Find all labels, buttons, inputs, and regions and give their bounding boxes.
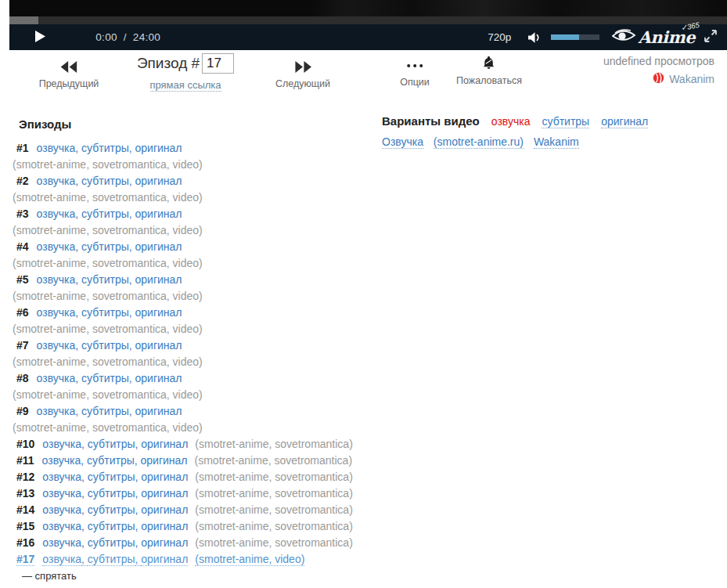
episode-link-subtitles[interactable]: субтитры [81,339,129,352]
episode-link-audio[interactable]: озвучка [37,405,76,417]
report-button[interactable]: Пожаловаться [456,53,522,86]
fast-forward-icon [275,56,330,74]
episode-link-audio[interactable]: озвучка [42,553,81,566]
episode-link-audio[interactable]: озвучка [37,306,76,319]
separator: , [75,142,81,154]
options-label: Опции [400,77,430,88]
variants-panel: Варианты видео озвучка субтитры оригинал… [382,114,727,148]
episode-link-original[interactable]: оригинал [135,142,182,154]
provider-link[interactable]: Wakanim [603,72,714,86]
episode-link-subtitles[interactable]: субтитры [81,405,129,417]
episode-link-subtitles[interactable]: субтитры [81,240,129,253]
episode-link-audio[interactable]: озвучка [42,487,81,500]
episode-sources[interactable]: (smotret-anime, video) [195,553,304,566]
variants-header: Варианты видео озвучка субтитры оригинал [382,114,727,128]
variant-option-source[interactable]: (smotret-anime.ru) [434,135,524,149]
episode-link-audio[interactable]: озвучка [37,372,76,384]
episode-link-subtitles[interactable]: субтитры [81,142,129,154]
separator: , [129,372,135,384]
episode-link-subtitles[interactable]: субтитры [88,536,135,549]
episode-link-original[interactable]: оригинал [141,487,188,500]
episodes-panel: Эпизоды #1озвучка, субтитры, оригинал(sm… [13,114,382,583]
episode-link-original[interactable]: оригинал [135,207,182,220]
episode-link-original[interactable]: оригинал [141,471,188,483]
episode-sources: (smotret-anime, sovetromantica, video) [13,224,203,236]
episode-link-original[interactable]: оригинал [141,438,188,450]
episode-sources: (smotret-anime, sovetromantica) [195,438,353,450]
episode-link-original[interactable]: оригинал [141,454,188,467]
variant-tab-subtitles[interactable]: субтитры [542,115,589,128]
episode-link-original[interactable]: оригинал [141,536,188,549]
episode-link-subtitles[interactable]: субтитры [87,454,135,467]
variant-option-wakanim[interactable]: Wakanim [534,135,579,149]
previous-episode-button[interactable]: Предыдущий [39,56,99,89]
episode-link-subtitles[interactable]: субтитры [81,175,129,187]
episode-link-subtitles[interactable]: субтитры [88,438,135,450]
episode-link-audio[interactable]: озвучка [37,339,76,352]
episode-link-audio[interactable]: озвучка [42,520,81,532]
episode-link-audio[interactable]: озвучка [42,471,81,483]
separator: , [129,339,135,352]
fullscreen-button[interactable] [704,30,717,45]
video-player: 0:00/24:00 720p Anime ✓365 [9,0,727,50]
episode-link-audio[interactable]: озвучка [37,142,76,154]
time-current: 0:00 [95,31,117,43]
volume-slider[interactable] [551,34,599,40]
episode-link-subtitles[interactable]: субтитры [81,306,129,319]
episode-link-audio[interactable]: озвучка [42,536,81,549]
episode-link-subtitles[interactable]: субтитры [81,372,129,384]
episode-link-original[interactable]: оригинал [135,405,182,417]
separator: , [129,306,135,319]
episode-link-original[interactable]: оригинал [135,240,182,253]
play-icon [35,31,45,45]
rewind-icon [39,56,99,74]
episode-number: #13 [16,487,34,500]
episode-link-original[interactable]: оригинал [135,175,182,187]
episode-link-original[interactable]: оригинал [135,339,182,352]
episode-link-subtitles[interactable]: субтитры [88,553,135,566]
episode-link-subtitles[interactable]: субтитры [88,520,135,532]
variant-option-dub[interactable]: Озвучка [382,135,423,149]
episode-link-original[interactable]: оригинал [135,273,182,286]
variant-tab-original[interactable]: оригинал [601,115,648,128]
episode-row: #13озвучка, субтитры, оригинал(smotret-a… [13,485,382,502]
options-button[interactable]: Опции [400,56,430,88]
seek-bar[interactable] [9,16,727,24]
time-separator: / [124,31,127,43]
episode-sources: (smotret-anime, sovetromantica) [195,536,353,549]
play-button[interactable] [35,31,45,45]
episode-number: #7 [16,339,29,352]
episode-number-input[interactable] [202,53,234,74]
episode-link-original[interactable]: оригинал [141,503,188,516]
separator: , [129,142,135,154]
episode-number-link[interactable]: #17 [16,553,34,566]
anime-eye-icon [612,27,635,47]
episode-link-subtitles[interactable]: субтитры [88,487,135,500]
episode-link-audio[interactable]: озвучка [42,503,81,516]
episode-link-subtitles[interactable]: субтитры [81,207,129,220]
episode-number: #8 [16,372,29,384]
seek-buffer [9,16,38,24]
hide-toggle[interactable]: — спрятать [22,570,77,582]
episode-link-audio[interactable]: озвучка [37,175,76,187]
episode-link-audio[interactable]: озвучка [42,454,81,467]
episode-link-original[interactable]: оригинал [141,553,188,566]
episode-link-subtitles[interactable]: субтитры [81,273,129,286]
episode-link-audio[interactable]: озвучка [37,273,76,286]
video-frame[interactable] [9,0,727,16]
episode-link-original[interactable]: оригинал [135,372,182,384]
episode-link-subtitles[interactable]: субтитры [88,503,135,516]
episode-link-original[interactable]: оригинал [135,306,182,319]
next-episode-button[interactable]: Следующий [275,56,330,89]
episode-number: #1 [16,142,29,154]
episode-link-original[interactable]: оригинал [141,520,188,532]
episode-link-subtitles[interactable]: субтитры [88,471,135,483]
episode-link-audio[interactable]: озвучка [42,438,81,450]
variant-tab-audio[interactable]: озвучка [491,115,531,128]
quality-selector[interactable]: 720p [488,31,511,43]
direct-link[interactable]: прямая ссылка [149,79,221,92]
episode-link-audio[interactable]: озвучка [37,207,76,220]
volume-icon[interactable] [528,32,542,43]
separator: , [81,471,88,483]
episode-link-audio[interactable]: озвучка [37,240,76,253]
